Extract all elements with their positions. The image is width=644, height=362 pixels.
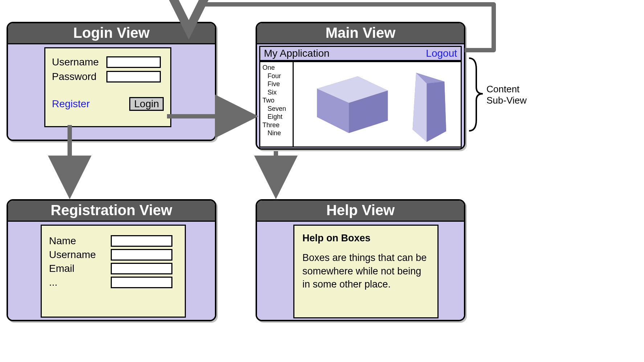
svg-marker-6 <box>427 82 446 142</box>
help-view-title: Help View <box>257 201 464 222</box>
name-label: Name <box>49 235 111 247</box>
tree-item[interactable]: Four <box>262 72 290 80</box>
tree-item[interactable]: Seven <box>262 105 290 113</box>
more-input[interactable] <box>111 277 172 288</box>
tree-item[interactable]: Three <box>262 121 280 129</box>
help-heading: Help on Boxes <box>302 232 429 245</box>
help-body-text: Boxes are things that can be somewhere w… <box>302 251 429 291</box>
main-view-panel: Main View My Application Logout One Four… <box>256 22 465 150</box>
svg-marker-5 <box>412 73 427 142</box>
login-button[interactable]: Login <box>129 97 164 111</box>
content-subview-label: Content Sub-View <box>486 84 527 106</box>
registration-view-title: Registration View <box>8 201 215 222</box>
help-view-panel: Help View Help on Boxes Boxes are things… <box>256 199 465 321</box>
registration-view-panel: Registration View Name Username Email ..… <box>7 199 216 321</box>
content-sub-view <box>294 62 461 146</box>
email-input[interactable] <box>111 263 172 274</box>
tree-navigation[interactable]: One Four Five Six Two Seven Eight Three … <box>260 62 294 146</box>
reg-username-input[interactable] <box>111 249 172 261</box>
username-label: Username <box>52 56 106 68</box>
password-input[interactable] <box>106 71 161 83</box>
tree-item[interactable]: Five <box>262 80 290 88</box>
login-form: Username Password Register Login <box>44 47 171 127</box>
main-view-title: Main View <box>257 23 464 44</box>
logout-link[interactable]: Logout <box>426 48 457 59</box>
name-input[interactable] <box>111 235 172 247</box>
login-view-title: Login View <box>8 23 215 44</box>
username-input[interactable] <box>106 56 161 68</box>
main-content-area: One Four Five Six Two Seven Eight Three … <box>259 61 462 148</box>
reg-username-label: Username <box>49 249 111 261</box>
email-label: Email <box>49 263 111 274</box>
help-content: Help on Boxes Boxes are things that can … <box>293 225 439 318</box>
tree-item[interactable]: Nine <box>262 129 290 137</box>
register-link[interactable]: Register <box>52 98 90 110</box>
app-name: My Application <box>264 48 330 59</box>
tree-item[interactable]: Two <box>262 97 274 104</box>
login-view-panel: Login View Username Password Register Lo… <box>7 22 216 141</box>
registration-form: Name Username Email ... <box>41 225 186 318</box>
tree-item[interactable]: One <box>262 64 275 71</box>
more-label: ... <box>49 277 111 288</box>
tree-item[interactable]: Six <box>262 88 290 97</box>
tree-item[interactable]: Eight <box>262 113 290 121</box>
main-topbar: My Application Logout <box>259 46 462 61</box>
password-label: Password <box>52 71 106 83</box>
